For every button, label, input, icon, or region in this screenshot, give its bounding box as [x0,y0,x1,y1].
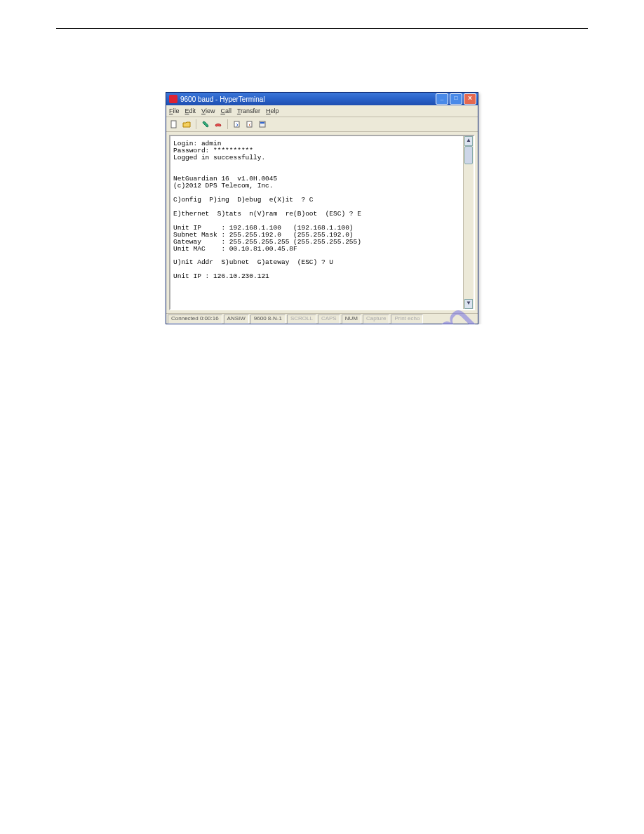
terminal-text: Login: admin Password: ********** Logged… [170,136,474,284]
menu-file[interactable]: File [169,107,180,114]
app-icon [169,95,177,103]
hyperterminal-window: 9600 baud - HyperTerminal _ □ X File Edi… [166,92,478,324]
menu-view[interactable]: View [201,107,215,114]
menu-transfer[interactable]: Transfer [237,107,260,114]
menubar: File Edit View Call Transfer Help [166,105,478,117]
vertical-scrollbar[interactable]: ▲ ▼ [463,136,474,309]
toolbar [166,117,478,132]
call-icon[interactable] [201,119,210,129]
maximize-button[interactable]: □ [450,93,462,105]
receive-icon[interactable] [245,119,255,129]
horizontal-rule [56,28,588,29]
svg-rect-4 [260,122,264,124]
terminal-area[interactable]: Login: admin Password: ********** Logged… [169,135,475,310]
hangup-icon[interactable] [213,119,223,129]
menu-edit[interactable]: Edit [185,107,196,114]
window-title: 9600 baud - HyperTerminal [180,95,436,103]
status-connection: Connected 0:00:16 [168,315,222,324]
menu-help[interactable]: Help [266,107,279,114]
titlebar[interactable]: 9600 baud - HyperTerminal _ □ X [166,93,478,105]
status-baud: 9600 8-N-1 [250,315,286,324]
status-emulation: ANSIW [224,315,249,324]
scroll-down-arrow[interactable]: ▼ [464,299,473,309]
send-icon[interactable] [232,119,242,129]
separator [227,119,228,129]
new-doc-icon[interactable] [169,119,179,129]
close-button[interactable]: X [464,93,476,105]
menu-call[interactable]: Call [220,107,232,114]
status-caps: CAPS [318,315,340,324]
open-icon[interactable] [182,119,192,129]
scroll-thumb[interactable] [464,146,473,164]
status-capture: Capture [363,315,389,324]
minimize-button[interactable]: _ [436,93,448,105]
status-num: NUM [342,315,361,324]
properties-icon[interactable] [257,119,267,129]
status-scroll: SCROLL [287,315,316,324]
separator [196,119,196,129]
statusbar: Connected 0:00:16 ANSIW 9600 8-N-1 SCROL… [166,313,478,324]
status-printecho: Print echo [391,315,423,324]
scroll-up-arrow[interactable]: ▲ [464,136,473,146]
